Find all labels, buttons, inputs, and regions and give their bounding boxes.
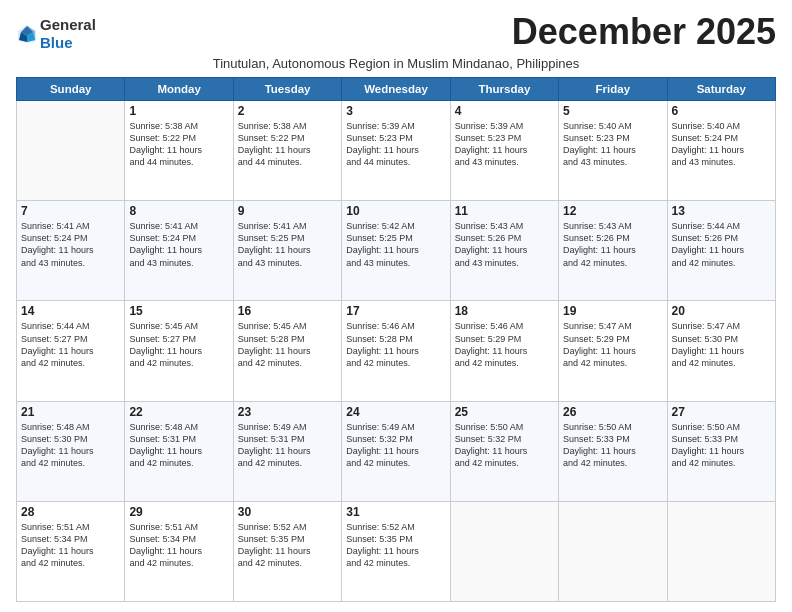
logo-general: General bbox=[40, 16, 96, 33]
calendar-cell: 25Sunrise: 5:50 AM Sunset: 5:32 PM Dayli… bbox=[450, 401, 558, 501]
day-info: Sunrise: 5:50 AM Sunset: 5:33 PM Dayligh… bbox=[563, 421, 662, 470]
day-number: 27 bbox=[672, 405, 771, 419]
day-info: Sunrise: 5:50 AM Sunset: 5:33 PM Dayligh… bbox=[672, 421, 771, 470]
day-number: 6 bbox=[672, 104, 771, 118]
calendar-cell: 28Sunrise: 5:51 AM Sunset: 5:34 PM Dayli… bbox=[17, 501, 125, 601]
day-info: Sunrise: 5:41 AM Sunset: 5:24 PM Dayligh… bbox=[129, 220, 228, 269]
logo-text: General Blue bbox=[40, 16, 96, 52]
day-info: Sunrise: 5:39 AM Sunset: 5:23 PM Dayligh… bbox=[455, 120, 554, 169]
day-number: 18 bbox=[455, 304, 554, 318]
calendar-header: Sunday Monday Tuesday Wednesday Thursday… bbox=[17, 78, 776, 101]
day-info: Sunrise: 5:38 AM Sunset: 5:22 PM Dayligh… bbox=[238, 120, 337, 169]
weekday-thursday: Thursday bbox=[450, 78, 558, 101]
day-number: 25 bbox=[455, 405, 554, 419]
day-number: 29 bbox=[129, 505, 228, 519]
day-info: Sunrise: 5:46 AM Sunset: 5:28 PM Dayligh… bbox=[346, 320, 445, 369]
calendar-week-0: 1Sunrise: 5:38 AM Sunset: 5:22 PM Daylig… bbox=[17, 101, 776, 201]
day-number: 31 bbox=[346, 505, 445, 519]
calendar-week-2: 14Sunrise: 5:44 AM Sunset: 5:27 PM Dayli… bbox=[17, 301, 776, 401]
calendar-cell bbox=[667, 501, 775, 601]
calendar-table: Sunday Monday Tuesday Wednesday Thursday… bbox=[16, 77, 776, 602]
day-number: 8 bbox=[129, 204, 228, 218]
day-info: Sunrise: 5:51 AM Sunset: 5:34 PM Dayligh… bbox=[21, 521, 120, 570]
calendar-cell: 18Sunrise: 5:46 AM Sunset: 5:29 PM Dayli… bbox=[450, 301, 558, 401]
day-number: 17 bbox=[346, 304, 445, 318]
day-number: 23 bbox=[238, 405, 337, 419]
day-number: 4 bbox=[455, 104, 554, 118]
day-info: Sunrise: 5:45 AM Sunset: 5:27 PM Dayligh… bbox=[129, 320, 228, 369]
day-number: 3 bbox=[346, 104, 445, 118]
day-number: 15 bbox=[129, 304, 228, 318]
calendar: Sunday Monday Tuesday Wednesday Thursday… bbox=[16, 77, 776, 602]
day-number: 20 bbox=[672, 304, 771, 318]
day-number: 28 bbox=[21, 505, 120, 519]
day-info: Sunrise: 5:45 AM Sunset: 5:28 PM Dayligh… bbox=[238, 320, 337, 369]
day-info: Sunrise: 5:44 AM Sunset: 5:26 PM Dayligh… bbox=[672, 220, 771, 269]
calendar-cell: 13Sunrise: 5:44 AM Sunset: 5:26 PM Dayli… bbox=[667, 201, 775, 301]
weekday-wednesday: Wednesday bbox=[342, 78, 450, 101]
day-number: 19 bbox=[563, 304, 662, 318]
day-info: Sunrise: 5:41 AM Sunset: 5:24 PM Dayligh… bbox=[21, 220, 120, 269]
day-number: 26 bbox=[563, 405, 662, 419]
calendar-cell: 21Sunrise: 5:48 AM Sunset: 5:30 PM Dayli… bbox=[17, 401, 125, 501]
calendar-cell: 27Sunrise: 5:50 AM Sunset: 5:33 PM Dayli… bbox=[667, 401, 775, 501]
logo: General Blue bbox=[16, 16, 96, 52]
calendar-week-3: 21Sunrise: 5:48 AM Sunset: 5:30 PM Dayli… bbox=[17, 401, 776, 501]
day-number: 12 bbox=[563, 204, 662, 218]
calendar-cell bbox=[559, 501, 667, 601]
day-number: 13 bbox=[672, 204, 771, 218]
calendar-cell: 19Sunrise: 5:47 AM Sunset: 5:29 PM Dayli… bbox=[559, 301, 667, 401]
calendar-cell: 8Sunrise: 5:41 AM Sunset: 5:24 PM Daylig… bbox=[125, 201, 233, 301]
calendar-cell: 3Sunrise: 5:39 AM Sunset: 5:23 PM Daylig… bbox=[342, 101, 450, 201]
day-number: 2 bbox=[238, 104, 337, 118]
calendar-cell: 20Sunrise: 5:47 AM Sunset: 5:30 PM Dayli… bbox=[667, 301, 775, 401]
day-info: Sunrise: 5:38 AM Sunset: 5:22 PM Dayligh… bbox=[129, 120, 228, 169]
calendar-cell: 1Sunrise: 5:38 AM Sunset: 5:22 PM Daylig… bbox=[125, 101, 233, 201]
title-block: December 2025 bbox=[96, 12, 776, 52]
calendar-week-4: 28Sunrise: 5:51 AM Sunset: 5:34 PM Dayli… bbox=[17, 501, 776, 601]
calendar-cell: 26Sunrise: 5:50 AM Sunset: 5:33 PM Dayli… bbox=[559, 401, 667, 501]
day-number: 10 bbox=[346, 204, 445, 218]
day-info: Sunrise: 5:49 AM Sunset: 5:31 PM Dayligh… bbox=[238, 421, 337, 470]
calendar-cell: 12Sunrise: 5:43 AM Sunset: 5:26 PM Dayli… bbox=[559, 201, 667, 301]
day-info: Sunrise: 5:52 AM Sunset: 5:35 PM Dayligh… bbox=[238, 521, 337, 570]
weekday-tuesday: Tuesday bbox=[233, 78, 341, 101]
day-number: 30 bbox=[238, 505, 337, 519]
calendar-cell bbox=[17, 101, 125, 201]
day-number: 7 bbox=[21, 204, 120, 218]
day-info: Sunrise: 5:42 AM Sunset: 5:25 PM Dayligh… bbox=[346, 220, 445, 269]
calendar-cell: 22Sunrise: 5:48 AM Sunset: 5:31 PM Dayli… bbox=[125, 401, 233, 501]
calendar-cell: 24Sunrise: 5:49 AM Sunset: 5:32 PM Dayli… bbox=[342, 401, 450, 501]
day-number: 11 bbox=[455, 204, 554, 218]
day-info: Sunrise: 5:51 AM Sunset: 5:34 PM Dayligh… bbox=[129, 521, 228, 570]
day-info: Sunrise: 5:47 AM Sunset: 5:29 PM Dayligh… bbox=[563, 320, 662, 369]
calendar-cell: 23Sunrise: 5:49 AM Sunset: 5:31 PM Dayli… bbox=[233, 401, 341, 501]
weekday-saturday: Saturday bbox=[667, 78, 775, 101]
header: General Blue December 2025 bbox=[16, 12, 776, 52]
day-info: Sunrise: 5:43 AM Sunset: 5:26 PM Dayligh… bbox=[563, 220, 662, 269]
day-info: Sunrise: 5:52 AM Sunset: 5:35 PM Dayligh… bbox=[346, 521, 445, 570]
page: General Blue December 2025 Tinutulan, Au… bbox=[0, 0, 792, 612]
calendar-cell: 6Sunrise: 5:40 AM Sunset: 5:24 PM Daylig… bbox=[667, 101, 775, 201]
weekday-monday: Monday bbox=[125, 78, 233, 101]
calendar-cell: 9Sunrise: 5:41 AM Sunset: 5:25 PM Daylig… bbox=[233, 201, 341, 301]
calendar-cell: 30Sunrise: 5:52 AM Sunset: 5:35 PM Dayli… bbox=[233, 501, 341, 601]
calendar-week-1: 7Sunrise: 5:41 AM Sunset: 5:24 PM Daylig… bbox=[17, 201, 776, 301]
day-info: Sunrise: 5:39 AM Sunset: 5:23 PM Dayligh… bbox=[346, 120, 445, 169]
calendar-cell: 15Sunrise: 5:45 AM Sunset: 5:27 PM Dayli… bbox=[125, 301, 233, 401]
day-number: 24 bbox=[346, 405, 445, 419]
calendar-cell: 17Sunrise: 5:46 AM Sunset: 5:28 PM Dayli… bbox=[342, 301, 450, 401]
day-info: Sunrise: 5:44 AM Sunset: 5:27 PM Dayligh… bbox=[21, 320, 120, 369]
calendar-cell: 7Sunrise: 5:41 AM Sunset: 5:24 PM Daylig… bbox=[17, 201, 125, 301]
day-number: 9 bbox=[238, 204, 337, 218]
weekday-sunday: Sunday bbox=[17, 78, 125, 101]
subtitle: Tinutulan, Autonomous Region in Muslim M… bbox=[16, 56, 776, 71]
weekday-friday: Friday bbox=[559, 78, 667, 101]
day-info: Sunrise: 5:40 AM Sunset: 5:24 PM Dayligh… bbox=[672, 120, 771, 169]
day-info: Sunrise: 5:48 AM Sunset: 5:30 PM Dayligh… bbox=[21, 421, 120, 470]
day-info: Sunrise: 5:40 AM Sunset: 5:23 PM Dayligh… bbox=[563, 120, 662, 169]
calendar-cell: 31Sunrise: 5:52 AM Sunset: 5:35 PM Dayli… bbox=[342, 501, 450, 601]
day-info: Sunrise: 5:49 AM Sunset: 5:32 PM Dayligh… bbox=[346, 421, 445, 470]
weekday-row: Sunday Monday Tuesday Wednesday Thursday… bbox=[17, 78, 776, 101]
day-info: Sunrise: 5:48 AM Sunset: 5:31 PM Dayligh… bbox=[129, 421, 228, 470]
